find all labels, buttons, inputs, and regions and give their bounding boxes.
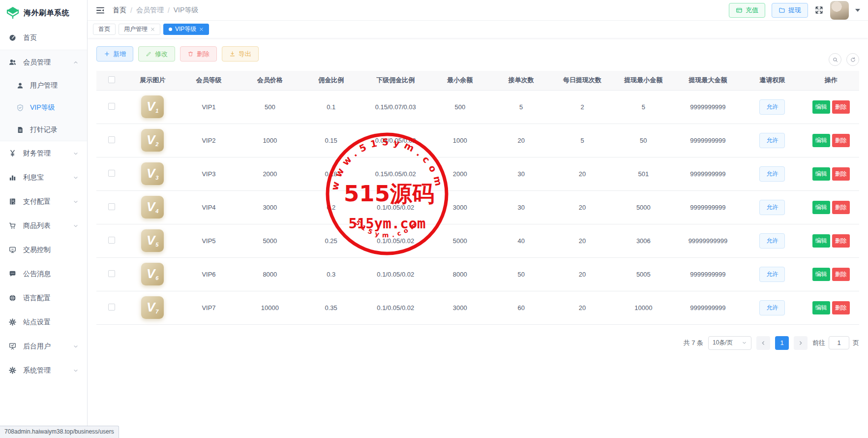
delete-label: 删除	[197, 50, 210, 59]
vip-levels-table: 展示图片 会员等级 会员价格 佣金比例 下级佣金比例 最小余额 接单次数 每日提…	[96, 71, 859, 325]
sidebar-item-products[interactable]: 商品列表	[0, 214, 87, 238]
sidebar-item-trade-control[interactable]: 交易控制	[0, 238, 87, 262]
table-row: V1 VIP1 500 0.1 0.15/0.07/0.03 500 5 2 5…	[96, 90, 859, 124]
cell-min-withdraw: 5005	[613, 257, 674, 291]
refresh-icon[interactable]	[846, 53, 859, 66]
breadcrumb-home[interactable]: 首页	[113, 6, 126, 15]
page-content: 新增 修改 删除 导出	[88, 38, 868, 438]
goto-page: 前往 页	[812, 336, 859, 349]
table-body: V1 VIP1 500 0.1 0.15/0.07/0.03 500 5 2 5…	[96, 90, 859, 324]
row-delete-button[interactable]: 删除	[832, 234, 850, 248]
invite-allow-button[interactable]: 允许	[759, 233, 785, 249]
chevron-down-icon	[73, 223, 79, 229]
page-size-value: 10条/页	[713, 339, 733, 347]
invite-allow-button[interactable]: 允许	[759, 267, 785, 282]
user-menu-caret-icon[interactable]	[855, 9, 860, 12]
row-edit-button[interactable]: 编辑	[812, 301, 830, 314]
col-header-price: 会员价格	[239, 71, 300, 90]
avatar[interactable]	[830, 1, 849, 20]
recharge-button[interactable]: 充值	[729, 3, 765, 18]
invite-allow-button[interactable]: 允许	[759, 133, 785, 148]
row-delete-button[interactable]: 删除	[832, 167, 850, 181]
cell-min-withdraw: 3006	[613, 224, 674, 257]
modify-button[interactable]: 修改	[138, 46, 175, 62]
row-checkbox[interactable]	[108, 270, 115, 277]
table-row: V4 VIP4 3000 0.2 0.1/0.05/0.02 3000 30 2…	[96, 190, 859, 224]
row-checkbox[interactable]	[108, 103, 115, 110]
sidebar-item-user-mgmt[interactable]: 用户管理	[0, 74, 87, 96]
cell-sub-commission: 0.1/0.05/0.02	[361, 257, 429, 291]
invite-allow-button[interactable]: 允许	[759, 99, 785, 115]
delete-button[interactable]: 删除	[180, 46, 217, 62]
invite-allow-button[interactable]: 允许	[759, 200, 785, 215]
export-button[interactable]: 导出	[222, 46, 259, 62]
fullscreen-icon[interactable]	[814, 5, 824, 15]
select-all-checkbox[interactable]	[108, 76, 115, 83]
table-tools	[829, 53, 859, 66]
row-edit-button[interactable]: 编辑	[812, 201, 830, 214]
app-logo: 海外刷单系统	[0, 0, 87, 26]
row-edit-button[interactable]: 编辑	[812, 134, 830, 147]
page-size-select[interactable]: 10条/页	[708, 336, 751, 350]
invite-allow-button[interactable]: 允许	[759, 300, 785, 315]
sidebar-item-vip-levels[interactable]: VIP等级	[0, 96, 87, 119]
sidebar-item-member-mgmt[interactable]: 会员管理	[0, 50, 87, 74]
sidebar-item-label: 首页	[23, 33, 37, 42]
sidebar-item-site-settings[interactable]: 站点设置	[0, 310, 87, 334]
prev-page-button[interactable]	[756, 336, 770, 350]
cell-orders: 20	[490, 124, 551, 157]
row-checkbox[interactable]	[108, 170, 115, 177]
row-edit-button[interactable]: 编辑	[812, 100, 830, 114]
close-icon[interactable]	[150, 27, 155, 31]
row-edit-button[interactable]: 编辑	[812, 234, 830, 248]
cell-daily-withdrawals: 20	[552, 157, 613, 190]
sidebar-item-payment-config[interactable]: 支付配置	[0, 189, 87, 214]
col-header-sub-commission: 下级佣金比例	[361, 71, 429, 90]
cell-level: VIP5	[178, 224, 239, 257]
collapse-menu-icon[interactable]	[95, 5, 105, 15]
tab-user-mgmt[interactable]: 用户管理	[119, 24, 160, 35]
row-delete-button[interactable]: 删除	[832, 134, 850, 147]
row-delete-button[interactable]: 删除	[832, 201, 850, 214]
sidebar-item-system-mgmt[interactable]: 系统管理	[0, 358, 87, 382]
tab-home[interactable]: 首页	[93, 24, 116, 35]
sidebar-item-admin-users[interactable]: 后台用户	[0, 334, 87, 358]
breadcrumb: 首页 / 会员管理 / VIP等级	[113, 6, 198, 15]
sidebar-item-announcements[interactable]: 公告消息	[0, 262, 87, 286]
search-icon[interactable]	[829, 53, 841, 66]
row-checkbox[interactable]	[108, 304, 115, 311]
goto-page-input[interactable]	[829, 336, 849, 349]
cell-commission: 0.2	[300, 190, 361, 224]
cell-orders: 60	[490, 291, 551, 324]
cell-daily-withdrawals: 20	[552, 257, 613, 291]
sidebar-item-finance[interactable]: 财务管理	[0, 141, 87, 165]
page-number-1[interactable]: 1	[775, 336, 789, 350]
tab-vip-levels[interactable]: VIP等级	[163, 24, 209, 35]
cell-orders: 30	[490, 157, 551, 190]
next-page-button[interactable]	[794, 336, 808, 350]
vip-badge-image: V7	[141, 296, 164, 319]
row-checkbox[interactable]	[108, 237, 115, 244]
breadcrumb-section[interactable]: 会员管理	[136, 6, 164, 15]
invite-allow-button[interactable]: 允许	[759, 166, 785, 182]
cell-sub-commission: 0.1/0.05/0.02	[361, 224, 429, 257]
row-checkbox[interactable]	[108, 136, 115, 143]
sidebar-item-language[interactable]: 语言配置	[0, 286, 87, 310]
sidebar-item-injection-records[interactable]: 打针记录	[0, 119, 87, 141]
row-delete-button[interactable]: 删除	[832, 100, 850, 114]
close-icon[interactable]	[199, 27, 204, 31]
row-edit-button[interactable]: 编辑	[812, 268, 830, 281]
row-delete-button[interactable]: 删除	[832, 301, 850, 314]
row-delete-button[interactable]: 删除	[832, 268, 850, 281]
sidebar-item-interest[interactable]: 利息宝	[0, 165, 87, 189]
cell-sub-commission: 0.15/0.07/0.03	[361, 90, 429, 124]
trash-icon	[187, 51, 194, 57]
row-checkbox[interactable]	[108, 203, 115, 210]
sidebar-item-home[interactable]: 首页	[0, 26, 87, 50]
withdraw-button[interactable]: 提现	[772, 3, 808, 18]
cell-min-withdraw: 10000	[613, 291, 674, 324]
col-header-invite: 邀请权限	[742, 71, 803, 90]
add-button[interactable]: 新增	[96, 46, 133, 62]
row-edit-button[interactable]: 编辑	[812, 167, 830, 181]
app-title: 海外刷单系统	[24, 8, 69, 18]
